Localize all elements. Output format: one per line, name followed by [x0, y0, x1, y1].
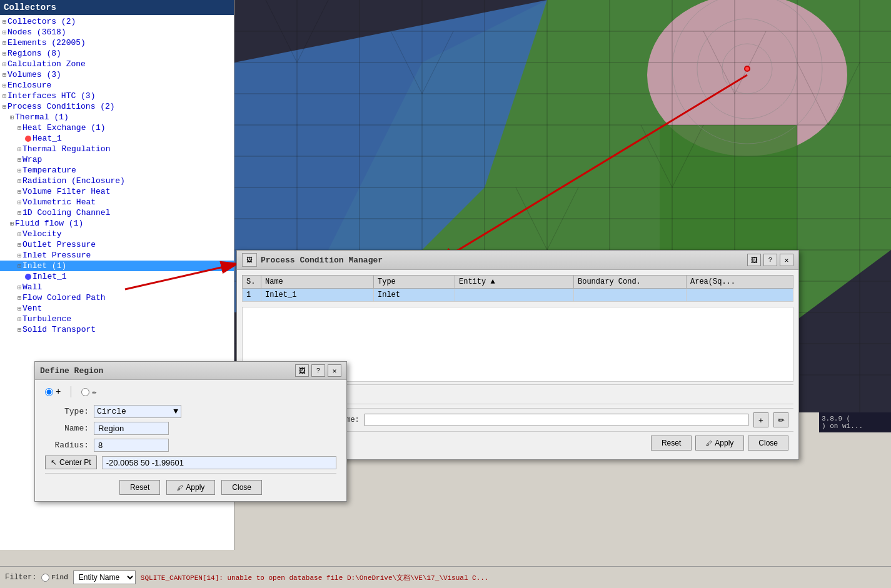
dr-radio-group: + ✏ [45, 386, 336, 397]
dr-center-input[interactable] [102, 456, 336, 469]
dr-radio-add-input[interactable] [45, 388, 53, 396]
dr-name-row: Name: [45, 422, 336, 435]
pcm-reset-btn[interactable]: Reset [651, 436, 692, 451]
dr-apply-btn[interactable]: 🖊 Apply [166, 480, 215, 495]
tree-label-thermalReg: Thermal Regulation [23, 144, 110, 154]
version-line2: ) on wi... [822, 422, 888, 430]
tree-icon-inlet1group: ⊞ [18, 262, 21, 270]
tree-item-processConditions[interactable]: ⊞ Process Conditions (2) [0, 101, 234, 112]
find-radio-input[interactable] [41, 574, 49, 582]
col-name[interactable]: Name [261, 276, 374, 289]
col-type[interactable]: Type [374, 276, 455, 289]
tree-item-thermalReg[interactable]: ⊞ Thermal Regulation [0, 144, 234, 154]
col-area[interactable]: Area(Sq... [687, 276, 793, 289]
cell-s: 1 [243, 289, 261, 302]
tree-item-volumetricHeat[interactable]: ⊞ Volumetric Heat [0, 197, 234, 207]
tree-item-solidTransport[interactable]: ⊞ Solid Transport [0, 324, 234, 335]
name-edit-btn[interactable]: ✏ [773, 412, 788, 427]
tree-icon-regions: ⊞ [3, 50, 6, 57]
tree-item-wrap[interactable]: ⊞ Wrap [0, 154, 234, 165]
tree-item-vent[interactable]: ⊞ Vent [0, 303, 234, 314]
dr-name-input[interactable] [94, 422, 169, 435]
dr-radius-input[interactable] [94, 439, 169, 452]
tree-item-flowColored[interactable]: ⊞ Flow Colored Path [0, 292, 234, 303]
tree-item-collectors[interactable]: ⊞ Collectors (2) [0, 16, 234, 27]
tree-icon-thermalReg: ⊞ [18, 146, 21, 153]
find-radio[interactable]: Find [41, 574, 68, 582]
dr-close-btn[interactable]: ✕ [328, 364, 341, 377]
tree-label-volumes: Volumes (3) [8, 70, 61, 79]
pcm-help-btn[interactable]: ? [763, 254, 777, 266]
dr-title: Define Region [40, 366, 103, 376]
dr-radio-edit[interactable]: ✏ [81, 387, 96, 397]
tree-item-temperature[interactable]: ⊞ Temperature [0, 165, 234, 176]
tree-icon-interfacesHTC: ⊞ [3, 92, 6, 100]
entity-name-select[interactable]: Entity Name [73, 571, 136, 584]
tree-label-elements: Elements (22005) [8, 38, 86, 47]
tree-content: ⊞ Collectors (2)⊞ Nodes (3618)⊞ Elements… [0, 15, 234, 336]
dr-center-btn[interactable]: ↖ Center Pt [45, 456, 97, 469]
tree-item-inletPressure[interactable]: ⊞ Inlet Pressure [0, 250, 234, 261]
pcm-icon-btn[interactable]: 🖼 [242, 253, 257, 267]
tree-item-regions[interactable]: ⊞ Regions (8) [0, 48, 234, 59]
tree-item-inlet1[interactable]: Inlet_1 [0, 271, 234, 282]
tree-item-inlet1group[interactable]: ⊞ Inlet (1) [0, 261, 234, 271]
name-input[interactable] [365, 414, 748, 426]
tree-icon-turbulence: ⊞ [18, 316, 21, 323]
version-panel: 3.8.9 ( ) on wi... [819, 412, 891, 432]
pcm-close-btn[interactable]: Close [748, 436, 788, 451]
tree-item-volumeFilter[interactable]: ⊞ Volume Filter Heat [0, 186, 234, 197]
tree-item-interfacesHTC[interactable]: ⊞ Interfaces HTC (3) [0, 91, 234, 101]
tree-icon-fluidFlow: ⊞ [10, 220, 14, 227]
tree-icon-calczone: ⊞ [3, 61, 6, 68]
tree-item-enclosure[interactable]: ⊞ Enclosure [0, 80, 234, 91]
col-entity[interactable]: Entity ▲ [455, 276, 574, 289]
tree-icon-temperature: ⊞ [18, 167, 21, 174]
col-boundary[interactable]: Boundary Cond. [574, 276, 687, 289]
filter-label: Filter: [5, 573, 36, 582]
tree-item-heat1[interactable]: Heat_1 [0, 133, 234, 144]
tree-item-velocity[interactable]: ⊞ Velocity [0, 229, 234, 239]
pcm-close-btn[interactable]: ✕ [780, 254, 793, 266]
tree-item-wall[interactable]: ⊞ Wall [0, 282, 234, 292]
tree-item-outletPressure[interactable]: ⊞ Outlet Pressure [0, 239, 234, 250]
status-bar: Filter: Find Entity Name SQLITE_CANTOPEN… [0, 566, 891, 588]
tree-item-thermal[interactable]: ⊞ Thermal (1) [0, 112, 234, 122]
tree-item-heatExchange[interactable]: ⊞ Heat Exchange (1) [0, 122, 234, 133]
dr-close-btn[interactable]: Close [221, 480, 262, 495]
pcm-icon-btn2[interactable]: 🖼 [747, 254, 761, 266]
cell-entity [455, 289, 574, 302]
dr-type-dropdown[interactable]: Circle ▼ [94, 405, 181, 418]
dr-titlebar[interactable]: Define Region 🖼 ? ✕ [35, 362, 346, 380]
tree-label-flowColored: Flow Colored Path [23, 293, 106, 302]
tree-item-fluidFlow[interactable]: ⊞ Fluid flow (1) [0, 218, 234, 229]
tree-item-radiation[interactable]: ⊞ Radiation (Enclosure) [0, 176, 234, 186]
find-label: Find [51, 574, 68, 581]
dr-radio-add[interactable]: + [45, 387, 61, 397]
tree-item-1dcooling[interactable]: ⊞ 1D Cooling Channel [0, 207, 234, 218]
pcm-window-controls: 🖼 ? ✕ [747, 254, 793, 266]
dr-help-btn[interactable]: ? [311, 364, 325, 377]
dr-reset-btn[interactable]: Reset [119, 480, 160, 495]
tree-item-turbulence[interactable]: ⊞ Turbulence [0, 314, 234, 324]
dr-type-value: Circle [97, 407, 126, 416]
dr-icon-btn[interactable]: 🖼 [295, 364, 309, 377]
tree-label-wall: Wall [23, 282, 42, 292]
tree-icon-heatExchange: ⊞ [18, 124, 21, 132]
tree-item-nodes[interactable]: ⊞ Nodes (3618) [0, 27, 234, 37]
tree-icon-wall: ⊞ [18, 284, 21, 291]
tree-label-calczone: Calculation Zone [8, 59, 86, 69]
pcm-table: S. Name Type Entity ▲ Boundary Cond. Are… [242, 275, 793, 302]
dr-radio-edit-input[interactable] [81, 388, 89, 396]
name-add-btn[interactable]: + [753, 412, 768, 427]
tree-item-calczone[interactable]: ⊞ Calculation Zone [0, 59, 234, 69]
tree-item-volumes[interactable]: ⊞ Volumes (3) [0, 69, 234, 80]
dropdown-arrow: ▼ [173, 407, 178, 416]
col-s[interactable]: S. [243, 276, 261, 289]
pcm-apply-btn[interactable]: 🖊 Apply [695, 436, 744, 451]
table-row[interactable]: 1 Inlet_1 Inlet [243, 289, 793, 302]
tree-icon-volumeFilter: ⊞ [18, 188, 21, 196]
tree-item-elements[interactable]: ⊞ Elements (22005) [0, 37, 234, 48]
pcm-titlebar[interactable]: 🖼 Process Condition Manager 🖼 ? ✕ [237, 251, 798, 270]
tree-icon-inletPressure: ⊞ [18, 252, 21, 259]
